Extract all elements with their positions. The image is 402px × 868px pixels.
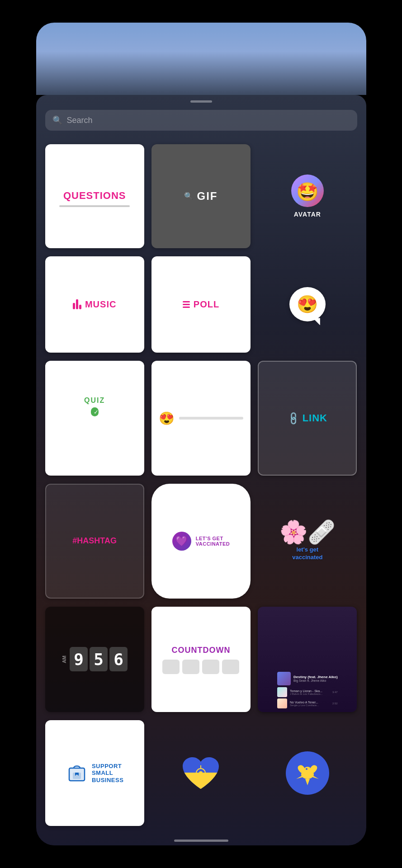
avatar-label: AVATAR (294, 211, 321, 218)
avatar-circle: 🤩 (291, 175, 324, 207)
sticker-panel: 🔍 Search QUESTIONS 🔍 GIF 🤩 AVATAR (36, 95, 366, 845)
clock-seconds: 6 (109, 647, 128, 671)
music-row-thumb-2 (277, 698, 287, 708)
slider-track (179, 417, 243, 420)
sticker-countdown[interactable]: COUNTDOWN (151, 607, 251, 712)
countdown-boxes (162, 660, 239, 674)
home-indicator[interactable] (174, 840, 228, 842)
dove-circle (286, 751, 329, 795)
music-now-row-2: No Vuelvo A Tener... Sergio y Los Comfac… (277, 698, 338, 708)
support-line2: SMALL (92, 769, 123, 777)
svg-point-11 (304, 767, 311, 773)
sticker-slider[interactable]: 😍 (151, 361, 251, 476)
poll-icon (183, 301, 190, 308)
countdown-box-4 (222, 660, 239, 674)
sticker-clock[interactable]: AM 9 5 6 (45, 607, 144, 712)
gif-label: GIF (197, 190, 218, 203)
music-now-top: Destiny (feat. Jhene Aiko) Big Sean ft. … (277, 672, 338, 685)
sticker-quiz[interactable]: QUIZ ✓ (45, 361, 144, 476)
music-row-info-1: Toman y Lloran - Ska... J Balvin & Los F… (290, 689, 330, 695)
countdown-box-2 (182, 660, 199, 674)
avatar-face: 🤩 (296, 181, 319, 203)
music-label: MUSIC (85, 299, 116, 310)
reaction-emoji: 😍 (297, 294, 318, 314)
svg-point-12 (306, 768, 307, 770)
phone-frame: 🔍 Search QUESTIONS 🔍 GIF 🤩 AVATAR (36, 23, 366, 845)
svg-point-5 (199, 771, 203, 775)
sticker-questions[interactable]: QUESTIONS (45, 144, 144, 248)
quiz-label: QUIZ (84, 396, 105, 405)
animated-vacc-line2: vaccinated (292, 554, 322, 561)
sticker-poll[interactable]: POLL (151, 256, 251, 353)
sticker-music[interactable]: MUSIC (45, 256, 144, 353)
vaccinated-icon: 💜 (172, 532, 191, 551)
animated-vacc-flower-icon: 🌸🩹 (279, 521, 336, 543)
search-icon: 🔍 (52, 115, 62, 125)
sticker-music-now[interactable]: Destiny (feat. Jhene Aiko) Big Sean ft. … (258, 607, 357, 712)
music-now-title: Destiny (feat. Jhene Aiko) (293, 675, 338, 679)
gif-search-icon: 🔍 (184, 192, 193, 200)
search-bar[interactable]: 🔍 Search (45, 110, 357, 131)
music-now-row-1: Toman y Lloran - Ska... J Balvin & Los F… (277, 687, 338, 697)
countdown-box-1 (162, 660, 180, 674)
questions-label: QUESTIONS (63, 190, 126, 202)
support-line1: SUPPORT (92, 763, 123, 770)
sticker-hashtag[interactable]: #HASHTAG (45, 484, 144, 599)
clock-hours: 9 (70, 647, 88, 671)
svg-rect-3 (183, 773, 219, 791)
search-placeholder: Search (67, 116, 93, 125)
clock-ampm: AM (61, 656, 67, 663)
music-now-artist: Big Sean ft. Jhene Aiko (293, 679, 338, 682)
sticker-dove[interactable] (258, 720, 357, 826)
sticker-emoji-reaction[interactable]: 😍 (258, 256, 357, 353)
sticker-ukraine-heart[interactable] (151, 720, 251, 826)
sticker-avatar[interactable]: 🤩 AVATAR (258, 144, 357, 248)
slider-emoji: 😍 (159, 411, 175, 426)
music-bars-icon (73, 299, 81, 309)
chat-bubble: 😍 (289, 287, 326, 321)
animated-vacc-text: let's get vaccinated (292, 546, 322, 561)
sticker-animated-vaccinated[interactable]: 🌸🩹 let's get vaccinated (258, 484, 357, 599)
vaccinated-text: LET'S GET VACCINATED (196, 536, 230, 547)
link-chain-icon: 🔗 (285, 410, 301, 426)
vaccinated-line1: LET'S GET (196, 536, 230, 541)
music-now-thumbnail (277, 672, 291, 685)
questions-underline (59, 205, 130, 207)
music-row-thumb-1 (277, 687, 287, 697)
support-bag-icon (66, 761, 88, 785)
sticker-grid: QUESTIONS 🔍 GIF 🤩 AVATAR M (36, 140, 366, 835)
support-text: SUPPORT SMALL BUSINESS (92, 763, 123, 784)
countdown-label: COUNTDOWN (172, 646, 231, 655)
vaccinated-line2: VACCINATED (196, 541, 230, 547)
sticker-gif[interactable]: 🔍 GIF (151, 144, 251, 248)
music-row-info-2: No Vuelvo A Tener... Sergio y Los Comfac… (290, 701, 330, 707)
sticker-support-small-business[interactable]: SUPPORT SMALL BUSINESS (45, 720, 144, 826)
poll-label: POLL (194, 299, 219, 310)
drag-handle[interactable] (190, 100, 212, 103)
quiz-option-selected: ✓ (91, 407, 99, 416)
slider-fill (179, 417, 199, 420)
dove-icon (292, 757, 323, 789)
countdown-box-3 (202, 660, 219, 674)
music-now-content: Destiny (feat. Jhene Aiko) Big Sean ft. … (274, 668, 341, 712)
music-now-playlist: Toman y Lloran - Ska... J Balvin & Los F… (277, 687, 338, 708)
animated-vacc-line1: let's get (297, 546, 319, 553)
hashtag-label: #HASHTAG (72, 536, 117, 546)
clock-minutes: 5 (90, 647, 108, 671)
sticker-link[interactable]: 🔗 LINK (258, 361, 357, 476)
link-label: LINK (303, 412, 327, 424)
sticker-vaccinated[interactable]: 💜 LET'S GET VACCINATED (151, 484, 251, 599)
support-line3: BUSINESS (92, 777, 123, 784)
music-now-info: Destiny (feat. Jhene Aiko) Big Sean ft. … (293, 675, 338, 682)
top-area (36, 23, 366, 95)
